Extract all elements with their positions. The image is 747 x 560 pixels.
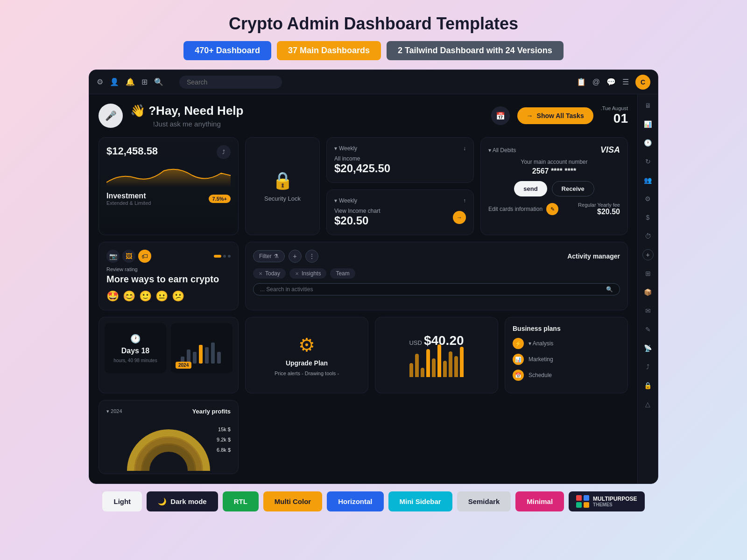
emoji-2[interactable]: 😊 bbox=[123, 290, 135, 302]
theme-minimal-button[interactable]: Minimal bbox=[515, 491, 564, 511]
filter-row: Filter ⚗ + ⋮ bbox=[253, 250, 318, 263]
filter-button[interactable]: Filter ⚗ bbox=[253, 250, 285, 262]
theme-dark-button[interactable]: 🌙 Dark mode bbox=[147, 491, 218, 511]
people-icon[interactable]: 👥 bbox=[642, 175, 654, 186]
badge-main-dashboards[interactable]: 37 Main Dashboards bbox=[277, 41, 381, 60]
theme-horizontal-button[interactable]: Horizontal bbox=[327, 491, 383, 511]
all-income-amount: $20,425.50 bbox=[334, 162, 466, 175]
refresh-icon[interactable]: ↻ bbox=[643, 156, 653, 167]
theme-semidark-button[interactable]: Semidark bbox=[457, 491, 511, 511]
lock-sidebar-icon[interactable]: 🔒 bbox=[642, 380, 654, 391]
menu-icon[interactable]: ☰ bbox=[622, 77, 629, 86]
more-options-button[interactable]: ⋮ bbox=[305, 250, 318, 263]
show-all-tasks-button[interactable]: → Show All Tasks bbox=[517, 107, 593, 124]
svg-rect-3 bbox=[199, 345, 203, 364]
expand-icon[interactable]: ⊞ bbox=[141, 77, 148, 86]
edit-icon[interactable]: ✎ bbox=[643, 324, 653, 335]
theme-mini-button[interactable]: Mini Sidebar bbox=[388, 491, 452, 511]
header-right: 📅 → Show All Tasks .Tue August 01 bbox=[491, 105, 628, 126]
svg-rect-4 bbox=[205, 347, 209, 364]
upgrade-sub: Price alerts - Drawing tools - bbox=[275, 371, 339, 376]
nav-left: ⚙ 👤 🔔 ⊞ 🔍 bbox=[97, 76, 282, 89]
tag-icon[interactable]: 🏷 bbox=[138, 250, 151, 263]
team-tag[interactable]: Team bbox=[330, 268, 355, 279]
theme-multicolor-button[interactable]: Multi Color bbox=[263, 491, 322, 511]
debit-card: ▾ All Debits VISA Your main account numb… bbox=[480, 137, 628, 235]
today-tag[interactable]: ✕ Today bbox=[253, 268, 286, 279]
emoji-1[interactable]: 🤩 bbox=[106, 290, 119, 302]
greeting-main: 👋 ?Hay, Need Help bbox=[130, 104, 243, 118]
badge-tailwind[interactable]: 2 Tailwind Dashboard with 24 Versions bbox=[387, 41, 564, 60]
avatar[interactable]: C bbox=[635, 75, 650, 90]
chart-bar-icon[interactable]: 📊 bbox=[642, 119, 654, 130]
bar-9 bbox=[454, 356, 458, 377]
logo-cell-red bbox=[576, 495, 582, 501]
clipboard-icon[interactable]: 📋 bbox=[577, 77, 586, 86]
grid-icon[interactable]: ⊞ bbox=[643, 268, 653, 279]
camera-icon[interactable]: 📷 bbox=[106, 250, 120, 263]
at-icon[interactable]: @ bbox=[592, 78, 600, 86]
slide-dot-active bbox=[214, 255, 221, 258]
user-icon[interactable]: 👤 bbox=[110, 77, 119, 86]
search-input[interactable] bbox=[179, 76, 282, 89]
cast-icon[interactable]: 📡 bbox=[642, 343, 654, 354]
dollar-icon[interactable]: $ bbox=[644, 212, 652, 223]
mic-button[interactable]: 🎤 bbox=[99, 104, 123, 128]
chat-icon[interactable]: 💬 bbox=[606, 77, 616, 86]
logo-cell-blue bbox=[584, 495, 589, 501]
theme-light-button[interactable]: Light bbox=[102, 491, 142, 511]
time-icon[interactable]: ⏱ bbox=[643, 231, 653, 242]
search-activities[interactable]: ... Search in activities 🔍 bbox=[253, 283, 620, 295]
all-debits-label: ▾ All Debits bbox=[488, 147, 516, 154]
multipurpose-logo: MULTIPURPOSE THEMES bbox=[569, 491, 644, 511]
view-chart-button[interactable]: → bbox=[453, 211, 466, 224]
profits-15k: 15k $ bbox=[217, 424, 231, 434]
days-label: Days 18 bbox=[121, 347, 150, 355]
bar-8 bbox=[449, 351, 452, 377]
image-icon[interactable]: 🖼 bbox=[122, 250, 135, 263]
mini-chart-section: 2024 bbox=[171, 323, 233, 373]
moon-icon: 🌙 bbox=[158, 497, 167, 506]
svg-rect-2 bbox=[193, 352, 197, 364]
edit-button[interactable]: ✎ bbox=[546, 203, 558, 215]
send-button[interactable]: send bbox=[514, 181, 547, 196]
emoji-3[interactable]: 🙂 bbox=[139, 290, 152, 302]
mini-chart-svg bbox=[176, 329, 227, 366]
plus-button[interactable]: + bbox=[642, 249, 654, 260]
review-card: 📷 🖼 🏷 Review rating More ways to earn cr… bbox=[99, 242, 239, 310]
all-income-card: ▾ Weekly ↓ All income $20,425.50 bbox=[326, 137, 474, 183]
box-icon[interactable]: 📦 bbox=[642, 287, 654, 298]
header-left: 🎤 👋 ?Hay, Need Help !Just ask me anythin… bbox=[99, 104, 243, 128]
page-title: Crypto Admin Dashboard Templates bbox=[229, 14, 518, 34]
warning-icon[interactable]: △ bbox=[643, 399, 652, 410]
activity-title: Activity manager bbox=[567, 252, 620, 260]
share-button[interactable]: ⤴ bbox=[217, 145, 231, 159]
mail-icon[interactable]: ✉ bbox=[643, 305, 653, 316]
usd-amount: $40.20 bbox=[424, 333, 464, 348]
up-arrow-icon: ↑ bbox=[463, 197, 466, 204]
badge-dashboard[interactable]: 470+ Dashboard bbox=[183, 41, 271, 60]
add-activity-button[interactable]: + bbox=[289, 250, 302, 263]
history-icon[interactable]: 🕐 bbox=[642, 137, 654, 148]
down-arrow-icon: ↓ bbox=[463, 145, 466, 152]
biz-icon-1: ⚡ bbox=[513, 338, 524, 349]
share-sidebar-icon[interactable]: ⤴ bbox=[644, 361, 651, 372]
search-nav-icon[interactable]: 🔍 bbox=[154, 77, 163, 86]
theme-rtl-button[interactable]: RTL bbox=[223, 491, 259, 511]
calendar-button[interactable]: 📅 bbox=[491, 106, 510, 125]
settings-icon[interactable]: ⚙ bbox=[97, 77, 103, 86]
days-section: 🕐 Days 18 hours, 40 98 minutes bbox=[105, 323, 166, 373]
investment-amount: $12,458.58 bbox=[106, 145, 158, 157]
monitor-icon[interactable]: 🖥 bbox=[643, 100, 653, 111]
receive-button[interactable]: Receive bbox=[552, 181, 594, 196]
hours-label: hours, 40 98 minutes bbox=[113, 358, 157, 363]
business-item-1: ⚡ ▾ Analysis bbox=[513, 338, 620, 349]
insights-tag[interactable]: ✕ Insights bbox=[289, 268, 326, 279]
sliders-icon[interactable]: ⚙ bbox=[643, 193, 653, 204]
profits-header: ▾ 2024 Yearly profits bbox=[106, 408, 231, 415]
bell-icon[interactable]: 🔔 bbox=[126, 77, 135, 86]
cards-row-1: $12,458.58 ⤴ bbox=[99, 137, 628, 235]
yearly-fee: Regular Yearly fee $20.50 bbox=[578, 202, 620, 216]
emoji-4[interactable]: 😐 bbox=[155, 290, 168, 302]
emoji-5[interactable]: 😕 bbox=[172, 290, 184, 302]
